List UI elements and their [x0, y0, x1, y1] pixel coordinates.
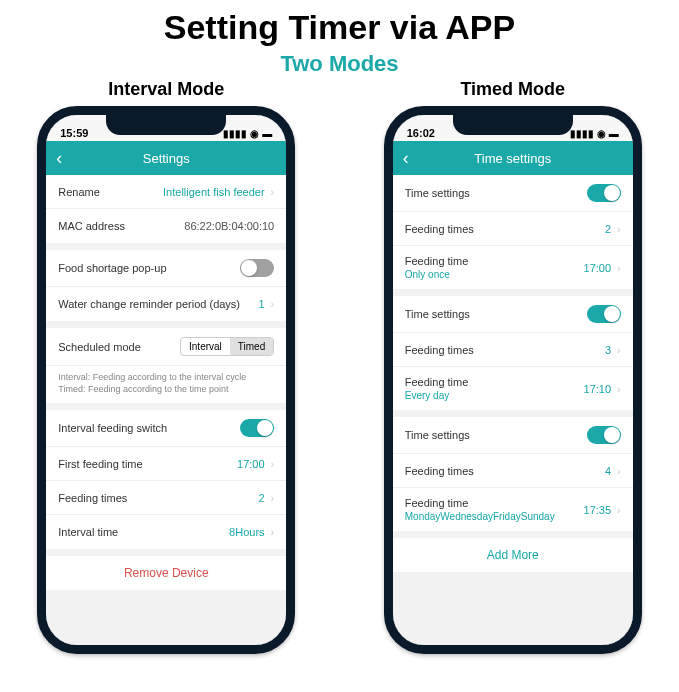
interval-time-row[interactable]: Interval time 8Hours›	[46, 515, 286, 549]
water-reminder-row[interactable]: Water change reminder period (days) 1›	[46, 287, 286, 321]
chevron-right-icon: ›	[617, 262, 621, 274]
mac-label: MAC address	[58, 220, 125, 232]
settings-screen: Rename Intelligent fish feeder› MAC addr…	[46, 175, 286, 645]
time-settings-row[interactable]: Time settings	[393, 175, 633, 212]
chevron-right-icon: ›	[271, 458, 275, 470]
wifi-icon: ◉	[250, 128, 259, 139]
scheduled-mode-label: Scheduled mode	[58, 341, 141, 353]
signal-icon: ▮▮▮▮	[223, 128, 247, 139]
food-popup-row[interactable]: Food shortage pop-up	[46, 250, 286, 287]
interval-time-value: 8Hours	[229, 526, 264, 538]
chevron-right-icon: ›	[271, 298, 275, 310]
first-feeding-row[interactable]: First feeding time 17:00›	[46, 447, 286, 481]
time-settings-label: Time settings	[405, 429, 470, 441]
feeding-times-label: Feeding times	[405, 465, 474, 477]
battery-icon: ▬	[262, 128, 272, 139]
time-settings-toggle[interactable]	[587, 305, 621, 323]
mode-note: Interval: Feeding according to the inter…	[46, 366, 286, 403]
rename-row[interactable]: Rename Intelligent fish feeder›	[46, 175, 286, 209]
food-popup-toggle[interactable]	[240, 259, 274, 277]
time-settings-label: Time settings	[405, 187, 470, 199]
status-icons: ▮▮▮▮ ◉ ▬	[223, 128, 272, 139]
feeding-times-label: Feeding times	[405, 344, 474, 356]
phone-interval: 15:59 ▮▮▮▮ ◉ ▬ ‹ Settings Rename Intelli…	[37, 106, 295, 654]
signal-icon: ▮▮▮▮	[570, 128, 594, 139]
chevron-right-icon: ›	[617, 465, 621, 477]
feeding-time-value: 17:00	[584, 262, 612, 274]
scheduled-mode-segment[interactable]: Interval Timed	[180, 337, 274, 356]
interval-switch-toggle[interactable]	[240, 419, 274, 437]
interval-mode-label: Interval Mode	[108, 79, 224, 100]
feeding-times-value: 2	[258, 492, 264, 504]
feeding-time-label: Feeding time	[405, 376, 469, 388]
mac-row: MAC address 86:22:0B:04:00:10	[46, 209, 286, 243]
rename-label: Rename	[58, 186, 100, 198]
feeding-times-label: Feeding times	[58, 492, 127, 504]
chevron-right-icon: ›	[617, 504, 621, 516]
feeding-time-label: Feeding time	[405, 255, 469, 267]
water-reminder-value: 1	[258, 298, 264, 310]
feeding-times-value: 4	[605, 465, 611, 477]
page-subtitle: Two Modes	[0, 51, 679, 77]
time-settings-toggle[interactable]	[587, 184, 621, 202]
battery-icon: ▬	[609, 128, 619, 139]
feeding-time-value: 17:35	[584, 504, 612, 516]
mac-value: 86:22:0B:04:00:10	[184, 220, 274, 232]
repeat-label: Only once	[405, 269, 469, 280]
feeding-times-row[interactable]: Feeding times 2›	[393, 212, 633, 246]
add-more-button[interactable]: Add More	[393, 538, 633, 572]
back-icon[interactable]: ‹	[403, 148, 409, 169]
remove-device-button[interactable]: Remove Device	[46, 556, 286, 590]
feeding-time-value: 17:10	[584, 383, 612, 395]
segment-interval[interactable]: Interval	[181, 338, 230, 355]
feeding-times-row[interactable]: Feeding times 3›	[393, 333, 633, 367]
time-settings-row[interactable]: Time settings	[393, 296, 633, 333]
status-time: 15:59	[60, 127, 88, 139]
repeat-label: Every day	[405, 390, 469, 401]
back-icon[interactable]: ‹	[56, 148, 62, 169]
interval-switch-label: Interval feeding switch	[58, 422, 167, 434]
segment-timed[interactable]: Timed	[230, 338, 273, 355]
rename-value: Intelligent fish feeder	[163, 186, 265, 198]
interval-time-label: Interval time	[58, 526, 118, 538]
food-popup-label: Food shortage pop-up	[58, 262, 166, 274]
feeding-times-row[interactable]: Feeding times 4›	[393, 454, 633, 488]
status-time: 16:02	[407, 127, 435, 139]
app-title: Time settings	[474, 151, 551, 166]
app-title: Settings	[143, 151, 190, 166]
interval-switch-row[interactable]: Interval feeding switch	[46, 410, 286, 447]
time-settings-label: Time settings	[405, 308, 470, 320]
first-feeding-label: First feeding time	[58, 458, 142, 470]
feeding-times-value: 3	[605, 344, 611, 356]
phone-notch	[106, 115, 226, 135]
time-settings-toggle[interactable]	[587, 426, 621, 444]
feeding-time-row[interactable]: Feeding time Every day 17:10›	[393, 367, 633, 410]
feeding-time-row[interactable]: Feeding time Only once 17:00›	[393, 246, 633, 289]
status-icons: ▮▮▮▮ ◉ ▬	[570, 128, 619, 139]
time-settings-row[interactable]: Time settings	[393, 417, 633, 454]
time-settings-screen: Time settings Feeding times 2› Feeding t…	[393, 175, 633, 645]
first-feeding-value: 17:00	[237, 458, 265, 470]
chevron-right-icon: ›	[271, 492, 275, 504]
feeding-time-label: Feeding time	[405, 497, 555, 509]
chevron-right-icon: ›	[271, 186, 275, 198]
page-title: Setting Timer via APP	[0, 8, 679, 47]
wifi-icon: ◉	[597, 128, 606, 139]
app-header: ‹ Time settings	[393, 141, 633, 175]
chevron-right-icon: ›	[617, 383, 621, 395]
chevron-right-icon: ›	[617, 344, 621, 356]
phone-notch	[453, 115, 573, 135]
phone-timed: 16:02 ▮▮▮▮ ◉ ▬ ‹ Time settings Time sett…	[384, 106, 642, 654]
app-header: ‹ Settings	[46, 141, 286, 175]
chevron-right-icon: ›	[617, 223, 621, 235]
feeding-time-row[interactable]: Feeding time MondayWednesdayFridaySunday…	[393, 488, 633, 531]
feeding-times-row[interactable]: Feeding times 2›	[46, 481, 286, 515]
feeding-times-value: 2	[605, 223, 611, 235]
timed-mode-label: Timed Mode	[460, 79, 565, 100]
chevron-right-icon: ›	[271, 526, 275, 538]
scheduled-mode-row: Scheduled mode Interval Timed	[46, 328, 286, 366]
repeat-label: MondayWednesdayFridaySunday	[405, 511, 555, 522]
water-reminder-label: Water change reminder period (days)	[58, 298, 240, 310]
feeding-times-label: Feeding times	[405, 223, 474, 235]
